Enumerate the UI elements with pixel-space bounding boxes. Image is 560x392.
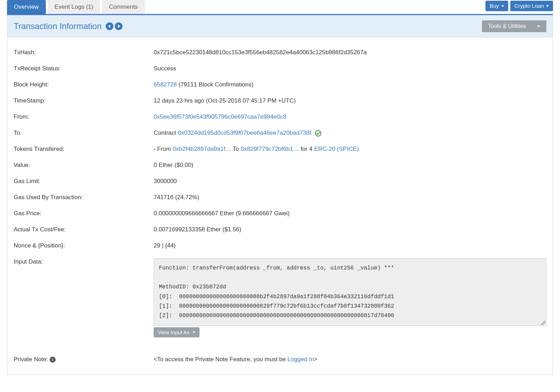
value-nonce: 29 | {44} [154, 242, 546, 249]
label-from: From: [14, 113, 154, 120]
panel-body: TxHash: 0x721c5bce52230148d810cc153e3f55… [7, 37, 553, 375]
value-private-note: <To access the Private Note Feature, you… [154, 356, 546, 363]
next-tx-button[interactable] [115, 22, 122, 30]
label-status: TxReceipt Status: [14, 65, 154, 72]
row-gas-limit: Gas Limit: 3000000 [14, 173, 546, 189]
chevron-down-icon [546, 5, 549, 7]
tokens-to-link[interactable]: 0x829f779c72bf6b1… [241, 146, 299, 152]
value-input-data: Function: transferFrom(address _from, ad… [154, 258, 546, 337]
value-gas-price: 0.000000009666666667 Ether (9.666666667 … [154, 210, 546, 217]
panel-header: Transaction Information Tools & Utilitie… [7, 15, 553, 37]
row-private-note: Private Note: i <To access the Private N… [14, 342, 546, 368]
tools-utilities-button[interactable]: Tools & Utilities [482, 20, 546, 32]
view-input-as-button[interactable]: View Input As [154, 327, 200, 337]
value-tokens: From 0xb2f4b2897da9a1f… To 0x829f779c72b… [154, 146, 546, 153]
row-from: From: 0x5ee36f573f0e543f905796c0e697caa7… [14, 109, 546, 125]
block-confirmations: (79111 Block Confirmations) [177, 81, 253, 88]
crypto-loan-button[interactable]: Crypto Loan [510, 1, 553, 11]
top-buttons: Buy Crypto Loan [485, 0, 553, 11]
row-block-height: Block Height: 6582728 (79111 Block Confi… [14, 77, 546, 93]
chevron-down-icon [537, 26, 540, 27]
label-input-data: Input Data: [14, 258, 154, 337]
input-data-content: Function: transferFrom(address _from, ad… [159, 265, 394, 319]
label-gas-used: Gas Used By Transaction: [14, 194, 154, 201]
row-value: Value: 0 Ether ($0.00) [14, 157, 546, 173]
resize-handle-icon[interactable] [541, 321, 545, 325]
chevron-down-icon [192, 331, 195, 333]
label-actual-cost: Actual Tx Cost/Fee: [14, 226, 154, 233]
prev-tx-button[interactable] [106, 22, 113, 30]
label-txhash: TxHash: [14, 49, 154, 56]
label-timestamp: TimeStamp: [14, 97, 154, 104]
row-gas-used: Gas Used By Transaction: 741716 (24.72%) [14, 189, 546, 205]
tokens-from-word: From [157, 146, 173, 152]
label-private-note: Private Note: i [14, 356, 154, 363]
private-note-label-text: Private Note: [14, 356, 50, 363]
value-gas-used: 741716 (24.72%) [154, 194, 546, 201]
tab-comments[interactable]: Comments [102, 0, 145, 14]
value-to: Contract 0x0324dd195d0cd53f9f07bee6a48ee… [154, 130, 546, 136]
label-nonce: Nonce & {Position}: [14, 242, 154, 249]
view-input-as-label: View Input As [158, 329, 190, 335]
label-gas-price: Gas Price: [14, 210, 154, 217]
value-gas-limit: 3000000 [154, 178, 546, 185]
row-txhash: TxHash: 0x721c5bce52230148d810cc153e3f55… [14, 44, 546, 61]
value-value: 0 Ether ($0.00) [154, 162, 546, 169]
row-actual-cost: Actual Tx Cost/Fee: 0.00716992133358 Eth… [14, 222, 546, 238]
row-input-data: Input Data: Function: transferFrom(addre… [14, 254, 546, 342]
tools-label: Tools & Utilities [488, 23, 526, 29]
verified-icon [315, 130, 321, 136]
panel-title-text: Transaction Information [14, 21, 102, 31]
tab-overview[interactable]: Overview [7, 0, 46, 14]
info-icon[interactable]: i [50, 357, 56, 363]
logged-in-link[interactable]: Logged In [287, 356, 314, 363]
tab-event-logs[interactable]: Event Logs (1) [48, 0, 100, 14]
tokens-for-word: for 4 [299, 146, 314, 152]
label-gas-limit: Gas Limit: [14, 178, 154, 185]
crypto-loan-label: Crypto Loan [514, 3, 544, 9]
chevron-down-icon [501, 5, 504, 7]
top-bar: Overview Event Logs (1) Comments Buy Cry… [7, 0, 553, 15]
tokens-token-link[interactable]: ERC-20 (SPICE) [314, 146, 359, 152]
value-timestamp: 12 days 23 hrs ago (Oct-25-2018 07:45:17… [154, 97, 546, 104]
label-tokens: Tokens Transfered: [14, 146, 154, 153]
row-gas-price: Gas Price: 0.000000009666666667 Ether (9… [14, 205, 546, 222]
to-prefix: Contract [154, 130, 178, 136]
label-value: Value: [14, 162, 154, 169]
block-height-link[interactable]: 6582728 [154, 81, 177, 88]
row-timestamp: TimeStamp: 12 days 23 hrs ago (Oct-25-20… [14, 93, 546, 109]
to-address-link[interactable]: 0x0324dd195d0cd53f9f07bee6a48ee7a20bad73… [178, 130, 311, 136]
row-status: TxReceipt Status: Success [14, 61, 546, 77]
value-txhash: 0x721c5bce52230148d810cc153e3f556eb48258… [154, 49, 546, 56]
from-address-link[interactable]: 0x5ee36f573f0e543f905796c0e697caa7e984e0… [154, 113, 286, 120]
row-nonce: Nonce & {Position}: 29 | {44} [14, 238, 546, 254]
tokens-from-link[interactable]: 0xb2f4b2897da9a1f… [173, 146, 231, 152]
row-to: To: Contract 0x0324dd195d0cd53f9f07bee6a… [14, 125, 546, 141]
row-tokens: Tokens Transfered: From 0xb2f4b2897da9a1… [14, 141, 546, 157]
triangle-right-icon [154, 148, 156, 151]
value-status: Success [154, 65, 546, 72]
nav-circles [106, 22, 122, 30]
private-note-suffix: > [314, 356, 317, 363]
input-data-box: Function: transferFrom(address _from, ad… [154, 258, 546, 326]
value-actual-cost: 0.00716992133358 Ether ($1.56) [154, 226, 546, 233]
buy-label: Buy [490, 3, 499, 9]
buy-button[interactable]: Buy [485, 1, 508, 11]
value-block-height: 6582728 (79111 Block Confirmations) [154, 81, 546, 88]
value-from: 0x5ee36f573f0e543f905796c0e697caa7e984e0… [154, 113, 546, 120]
label-to: To: [14, 130, 154, 136]
private-note-prefix: <To access the Private Note Feature, you… [154, 356, 287, 363]
panel-title: Transaction Information [14, 21, 122, 31]
label-block-height: Block Height: [14, 81, 154, 88]
tabs: Overview Event Logs (1) Comments [7, 0, 145, 14]
tokens-to-word: To [231, 146, 241, 152]
